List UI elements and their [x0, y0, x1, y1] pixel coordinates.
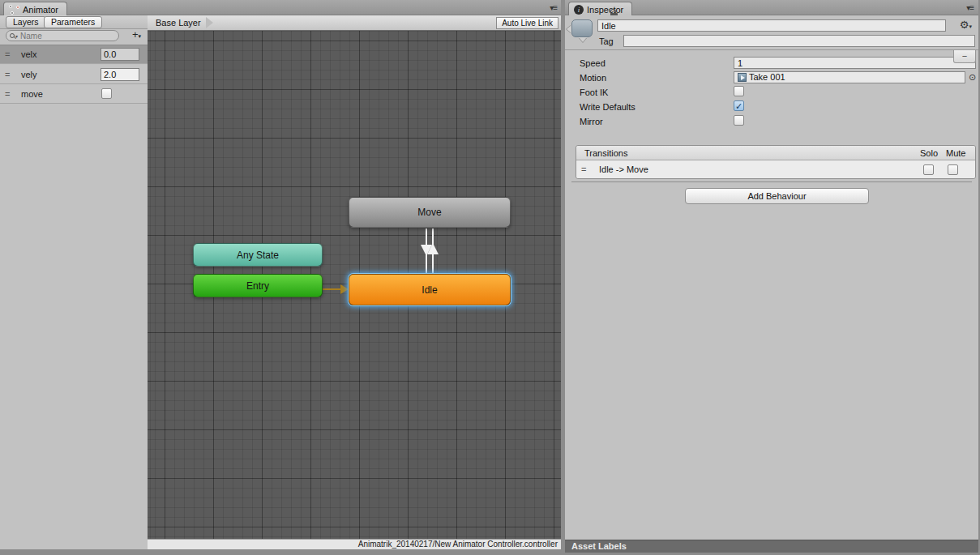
controller-path-statusbar: Animatrik_20140217/New Animator Controll…: [148, 539, 561, 549]
inspector-context-menu-icon[interactable]: ▾≡: [966, 3, 974, 12]
animator-tabbar: Animator ▾≡: [0, 0, 561, 15]
tag-field[interactable]: [623, 35, 975, 47]
solo-column-header: Solo: [920, 148, 946, 158]
speed-field[interactable]: [734, 57, 976, 69]
section-divider: [571, 181, 972, 182]
motion-field[interactable]: Take 001: [734, 71, 965, 83]
layer-breadcrumb-bar: Base Layer Auto Live Link: [148, 15, 561, 31]
parameter-value-input[interactable]: [101, 68, 139, 81]
inspector-tabbar: i Inspector ▾≡: [565, 0, 978, 15]
up-arrowhead-icon: [427, 243, 439, 254]
drag-handle-icon[interactable]: =: [5, 70, 16, 79]
inspector-header: ⚙▾ Tag: [565, 15, 978, 50]
parameter-name: move: [21, 89, 101, 99]
state-node-any-state[interactable]: Any State: [193, 243, 323, 267]
breadcrumb[interactable]: Base Layer: [148, 15, 206, 30]
mirror-label: Mirror: [580, 117, 603, 126]
transitions-title: Transitions: [584, 148, 920, 158]
state-node-idle[interactable]: Idle: [349, 274, 511, 305]
motion-value: Take 001: [749, 72, 785, 82]
animator-tab-label: Animator: [23, 5, 58, 15]
add-parameter-caret-icon: ▾: [138, 33, 141, 39]
auto-live-link-button[interactable]: Auto Live Link: [496, 17, 558, 29]
remove-transition-button[interactable]: −: [953, 50, 976, 63]
parameter-value-input[interactable]: [101, 48, 139, 61]
add-behaviour-button[interactable]: Add Behaviour: [685, 188, 869, 204]
inspector-tab-label: Inspector: [587, 5, 623, 15]
foot-ik-label: Foot IK: [580, 88, 608, 97]
search-input[interactable]: [20, 32, 101, 41]
mute-column-header: Mute: [946, 148, 975, 158]
state-node-move[interactable]: Move: [349, 197, 511, 228]
mirror-checkbox[interactable]: [734, 115, 744, 126]
write-defaults-label: Write Defaults: [580, 102, 636, 112]
speed-label: Speed: [580, 58, 606, 68]
gear-icon[interactable]: ⚙▾: [960, 19, 972, 31]
state-name-field[interactable]: [597, 19, 946, 32]
tab-animator[interactable]: Animator: [3, 2, 67, 16]
write-defaults-checkbox[interactable]: ✓: [734, 100, 744, 111]
tag-label: Tag: [599, 36, 614, 46]
drag-handle-icon[interactable]: =: [5, 89, 16, 99]
parameter-checkbox[interactable]: [101, 88, 112, 99]
motion-label: Motion: [580, 73, 606, 83]
add-parameter-button[interactable]: +▾: [132, 29, 141, 42]
tab-inspector[interactable]: i Inspector: [568, 2, 632, 16]
parameter-row-velx[interactable]: = velx: [0, 45, 148, 64]
info-icon: i: [574, 5, 584, 15]
tab-layers[interactable]: Layers: [6, 16, 46, 28]
search-icon: [10, 33, 15, 38]
asset-labels-bar[interactable]: Asset Labels: [565, 540, 978, 553]
drag-handle-icon[interactable]: =: [581, 164, 594, 174]
animator-icon: [9, 5, 19, 15]
entry-arrowhead-icon: [340, 284, 349, 294]
parameter-name: vely: [21, 70, 101, 79]
motion-clip-icon: [738, 73, 747, 82]
transition-row[interactable]: = Idle -> Move: [576, 160, 975, 178]
state-icon: [571, 19, 593, 37]
animator-sidebar: Layers Parameters ▾ +▾ = velx = vely = m…: [0, 15, 148, 549]
parameter-row-vely[interactable]: = vely: [0, 65, 148, 84]
inspector-panel: ⚙▾ Tag Speed Motion Take 001 ⊙ Foot IK W…: [565, 15, 978, 553]
down-arrowhead-icon: [421, 245, 432, 256]
state-machine-canvas[interactable]: Move Any State Entry Idle: [148, 31, 561, 539]
parameter-name: velx: [21, 49, 101, 59]
mute-checkbox[interactable]: [948, 164, 958, 175]
state-node-entry[interactable]: Entry: [193, 274, 323, 297]
transitions-header: Transitions Solo Mute: [576, 146, 975, 160]
foot-ik-checkbox[interactable]: [734, 86, 744, 96]
object-picker-icon[interactable]: ⊙: [969, 72, 976, 83]
drag-handle-icon[interactable]: =: [5, 49, 16, 59]
parameter-search[interactable]: ▾: [6, 30, 119, 41]
parameter-row-move[interactable]: = move: [0, 84, 148, 104]
animator-context-menu-icon[interactable]: ▾≡: [550, 3, 557, 12]
transition-label: Idle -> Move: [599, 164, 923, 174]
transitions-list: Transitions Solo Mute = Idle -> Move: [576, 145, 976, 179]
solo-checkbox[interactable]: [923, 164, 934, 175]
tab-parameters[interactable]: Parameters: [44, 16, 102, 28]
